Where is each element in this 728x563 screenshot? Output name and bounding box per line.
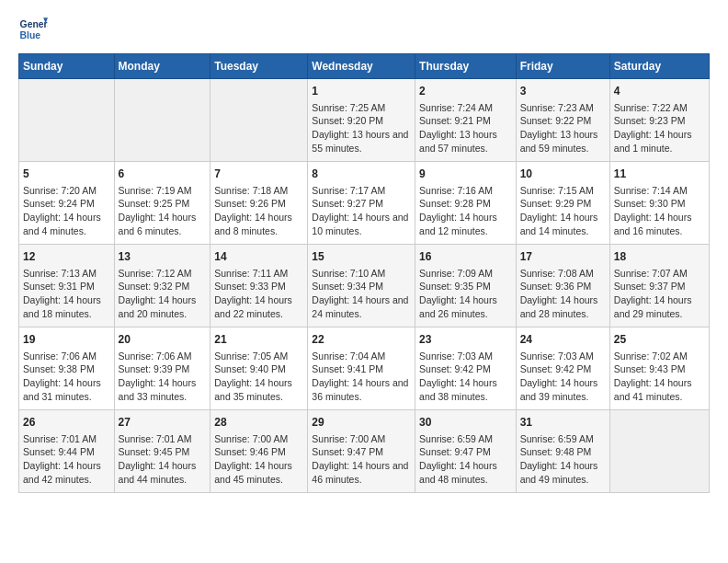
day-number: 1 — [312, 84, 411, 99]
calendar-cell: 16Sunrise: 7:09 AM Sunset: 9:35 PM Dayli… — [415, 245, 517, 327]
day-number: 25 — [614, 332, 705, 348]
day-number: 20 — [119, 332, 207, 348]
header-wednesday: Wednesday — [308, 54, 415, 79]
week-row-5: 26Sunrise: 7:01 AM Sunset: 9:44 PM Dayli… — [19, 410, 710, 493]
day-number: 27 — [119, 415, 207, 431]
calendar-cell: 9Sunrise: 7:16 AM Sunset: 9:28 PM Daylig… — [415, 162, 517, 245]
day-info: Sunrise: 6:59 AM Sunset: 9:47 PM Dayligh… — [419, 432, 512, 487]
calendar-cell — [609, 410, 709, 493]
logo: GeneralBlue — [18, 15, 48, 44]
calendar-cell: 6Sunrise: 7:19 AM Sunset: 9:25 PM Daylig… — [114, 162, 210, 245]
calendar-cell: 7Sunrise: 7:18 AM Sunset: 9:26 PM Daylig… — [210, 162, 308, 245]
day-info: Sunrise: 7:15 AM Sunset: 9:29 PM Dayligh… — [520, 184, 606, 238]
calendar-cell: 22Sunrise: 7:04 AM Sunset: 9:41 PM Dayli… — [308, 327, 415, 410]
day-info: Sunrise: 7:07 AM Sunset: 9:37 PM Dayligh… — [614, 267, 705, 321]
day-info: Sunrise: 7:08 AM Sunset: 9:36 PM Dayligh… — [520, 267, 606, 321]
calendar-cell: 23Sunrise: 7:03 AM Sunset: 9:42 PM Dayli… — [415, 327, 517, 410]
day-info: Sunrise: 7:25 AM Sunset: 9:20 PM Dayligh… — [312, 101, 411, 155]
calendar-cell: 2Sunrise: 7:24 AM Sunset: 9:21 PM Daylig… — [415, 79, 517, 162]
day-info: Sunrise: 7:10 AM Sunset: 9:34 PM Dayligh… — [312, 267, 411, 321]
day-info: Sunrise: 7:23 AM Sunset: 9:22 PM Dayligh… — [520, 101, 606, 155]
week-row-1: 1Sunrise: 7:25 AM Sunset: 9:20 PM Daylig… — [19, 79, 710, 162]
day-info: Sunrise: 7:19 AM Sunset: 9:25 PM Dayligh… — [119, 184, 207, 238]
calendar-cell: 18Sunrise: 7:07 AM Sunset: 9:37 PM Dayli… — [609, 245, 709, 327]
day-number: 16 — [419, 249, 512, 265]
day-number: 8 — [312, 167, 411, 182]
day-number: 21 — [214, 332, 303, 348]
svg-text:General: General — [20, 19, 48, 29]
day-info: Sunrise: 7:18 AM Sunset: 9:26 PM Dayligh… — [214, 184, 303, 238]
day-number: 24 — [520, 332, 606, 348]
calendar-cell: 11Sunrise: 7:14 AM Sunset: 9:30 PM Dayli… — [609, 162, 709, 245]
day-number: 30 — [419, 415, 512, 431]
calendar-cell: 1Sunrise: 7:25 AM Sunset: 9:20 PM Daylig… — [308, 79, 415, 162]
week-row-4: 19Sunrise: 7:06 AM Sunset: 9:38 PM Dayli… — [19, 327, 710, 410]
day-number: 3 — [520, 84, 606, 99]
day-info: Sunrise: 7:13 AM Sunset: 9:31 PM Dayligh… — [23, 267, 110, 321]
day-number: 7 — [214, 167, 303, 182]
svg-text:Blue: Blue — [20, 30, 41, 40]
day-info: Sunrise: 7:17 AM Sunset: 9:27 PM Dayligh… — [312, 184, 411, 238]
calendar-cell: 12Sunrise: 7:13 AM Sunset: 9:31 PM Dayli… — [19, 245, 115, 327]
calendar-cell: 8Sunrise: 7:17 AM Sunset: 9:27 PM Daylig… — [308, 162, 415, 245]
day-info: Sunrise: 6:59 AM Sunset: 9:48 PM Dayligh… — [520, 432, 606, 487]
day-number: 14 — [214, 249, 303, 265]
calendar-cell: 24Sunrise: 7:03 AM Sunset: 9:42 PM Dayli… — [516, 327, 609, 410]
day-number: 12 — [23, 249, 110, 265]
calendar-cell: 4Sunrise: 7:22 AM Sunset: 9:23 PM Daylig… — [609, 79, 709, 162]
day-info: Sunrise: 7:16 AM Sunset: 9:28 PM Dayligh… — [419, 184, 512, 238]
header-thursday: Thursday — [415, 54, 517, 79]
day-number: 18 — [614, 249, 705, 265]
day-info: Sunrise: 7:03 AM Sunset: 9:42 PM Dayligh… — [419, 350, 512, 404]
calendar-cell: 15Sunrise: 7:10 AM Sunset: 9:34 PM Dayli… — [308, 245, 415, 327]
day-number: 10 — [520, 167, 606, 182]
day-number: 2 — [419, 84, 512, 99]
calendar-cell: 3Sunrise: 7:23 AM Sunset: 9:22 PM Daylig… — [516, 79, 609, 162]
calendar-cell: 17Sunrise: 7:08 AM Sunset: 9:36 PM Dayli… — [516, 245, 609, 327]
calendar-cell: 13Sunrise: 7:12 AM Sunset: 9:32 PM Dayli… — [114, 245, 210, 327]
day-info: Sunrise: 7:04 AM Sunset: 9:41 PM Dayligh… — [312, 350, 411, 404]
day-info: Sunrise: 7:14 AM Sunset: 9:30 PM Dayligh… — [614, 184, 705, 238]
header-sunday: Sunday — [19, 54, 115, 79]
calendar-header-row: SundayMondayTuesdayWednesdayThursdayFrid… — [19, 54, 710, 79]
day-number: 17 — [520, 249, 606, 265]
logo-icon: GeneralBlue — [18, 15, 48, 44]
calendar-table: SundayMondayTuesdayWednesdayThursdayFrid… — [18, 53, 710, 493]
day-number: 23 — [419, 332, 512, 348]
calendar-cell — [114, 79, 210, 162]
day-info: Sunrise: 7:01 AM Sunset: 9:45 PM Dayligh… — [119, 432, 207, 487]
week-row-3: 12Sunrise: 7:13 AM Sunset: 9:31 PM Dayli… — [19, 245, 710, 327]
calendar-cell: 28Sunrise: 7:00 AM Sunset: 9:46 PM Dayli… — [210, 410, 308, 493]
header-monday: Monday — [114, 54, 210, 79]
calendar-cell: 5Sunrise: 7:20 AM Sunset: 9:24 PM Daylig… — [19, 162, 115, 245]
day-info: Sunrise: 7:06 AM Sunset: 9:38 PM Dayligh… — [23, 350, 110, 404]
calendar-cell: 10Sunrise: 7:15 AM Sunset: 9:29 PM Dayli… — [516, 162, 609, 245]
day-number: 13 — [119, 249, 207, 265]
week-row-2: 5Sunrise: 7:20 AM Sunset: 9:24 PM Daylig… — [19, 162, 710, 245]
header-tuesday: Tuesday — [210, 54, 308, 79]
day-number: 4 — [614, 84, 705, 99]
calendar-cell: 14Sunrise: 7:11 AM Sunset: 9:33 PM Dayli… — [210, 245, 308, 327]
calendar-cell: 27Sunrise: 7:01 AM Sunset: 9:45 PM Dayli… — [114, 410, 210, 493]
day-info: Sunrise: 7:02 AM Sunset: 9:43 PM Dayligh… — [614, 350, 705, 404]
day-info: Sunrise: 7:05 AM Sunset: 9:40 PM Dayligh… — [214, 350, 303, 404]
header-friday: Friday — [516, 54, 609, 79]
day-info: Sunrise: 7:12 AM Sunset: 9:32 PM Dayligh… — [119, 267, 207, 321]
day-number: 6 — [119, 167, 207, 182]
page-header: GeneralBlue — [18, 15, 710, 44]
day-number: 15 — [312, 249, 411, 265]
calendar-cell: 29Sunrise: 7:00 AM Sunset: 9:47 PM Dayli… — [308, 410, 415, 493]
day-number: 19 — [23, 332, 110, 348]
day-number: 9 — [419, 167, 512, 182]
day-info: Sunrise: 7:00 AM Sunset: 9:46 PM Dayligh… — [214, 432, 303, 487]
day-info: Sunrise: 7:06 AM Sunset: 9:39 PM Dayligh… — [119, 350, 207, 404]
day-number: 5 — [23, 167, 110, 182]
day-info: Sunrise: 7:24 AM Sunset: 9:21 PM Dayligh… — [419, 101, 512, 155]
day-number: 29 — [312, 415, 411, 431]
day-info: Sunrise: 7:22 AM Sunset: 9:23 PM Dayligh… — [614, 101, 705, 155]
calendar-cell: 20Sunrise: 7:06 AM Sunset: 9:39 PM Dayli… — [114, 327, 210, 410]
calendar-cell: 30Sunrise: 6:59 AM Sunset: 9:47 PM Dayli… — [415, 410, 517, 493]
calendar-cell: 19Sunrise: 7:06 AM Sunset: 9:38 PM Dayli… — [19, 327, 115, 410]
calendar-cell: 31Sunrise: 6:59 AM Sunset: 9:48 PM Dayli… — [516, 410, 609, 493]
day-info: Sunrise: 7:20 AM Sunset: 9:24 PM Dayligh… — [23, 184, 110, 238]
